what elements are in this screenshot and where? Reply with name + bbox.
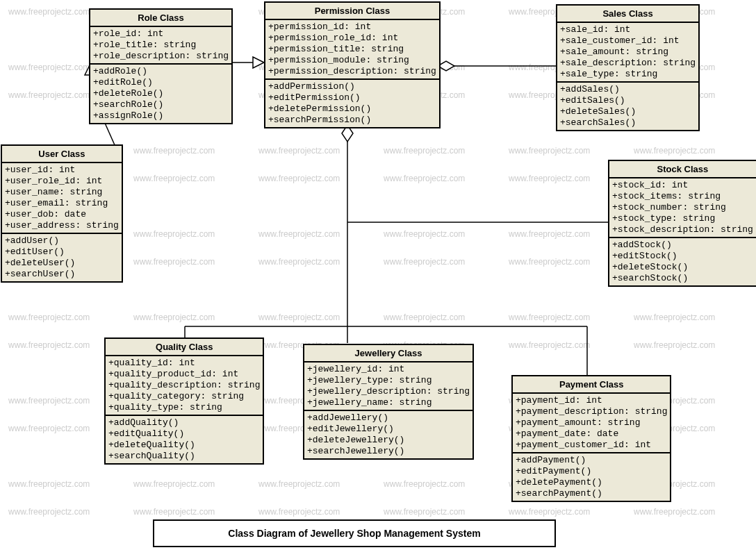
attributes: +jewellery_id: int+jewellery_type: strin… (304, 362, 472, 410)
class-permission: Permission Class +permission_id: int+per… (264, 1, 441, 128)
member-row: +editPermission() (268, 92, 436, 103)
member-row: +role_id: int (93, 28, 229, 40)
class-title: Permission Class (265, 3, 439, 20)
member-row: +quality_type: string (108, 402, 260, 413)
member-row: +searchPermission() (268, 115, 436, 126)
member-row: +payment_date: date (516, 428, 667, 440)
operations: +addStock()+editStock()+deleteStock()+se… (609, 237, 756, 285)
member-row: +user_email: string (5, 198, 119, 209)
member-row: +addQuality() (108, 417, 260, 428)
member-row: +quality_id: int (108, 358, 260, 369)
member-row: +editPayment() (516, 466, 667, 477)
attributes: +user_id: int+user_role_id: int+user_nam… (2, 163, 122, 233)
attributes: +quality_id: int+quality_product_id: int… (106, 356, 263, 415)
diagram-caption: Class Diagram of Jewellery Shop Manageme… (153, 519, 556, 547)
member-row: +permission_description: string (268, 66, 436, 77)
member-row: +quality_description: string (108, 380, 260, 391)
member-row: +searchStock() (612, 273, 753, 284)
member-row: +deleteRole() (93, 88, 229, 99)
class-title: Quality Class (106, 339, 263, 356)
operations: +addSales()+editSales()+deleteSales()+se… (557, 81, 698, 130)
class-title: Role Class (90, 10, 231, 27)
member-row: +searchQuality() (108, 451, 260, 462)
member-row: +payment_id: int (516, 395, 667, 406)
member-row: +addSales() (560, 84, 696, 95)
member-row: +deletePermission() (268, 103, 436, 115)
member-row: +payment_description: string (516, 406, 667, 417)
member-row: +addJewellery() (307, 412, 470, 424)
attributes: +payment_id: int+payment_description: st… (513, 394, 670, 452)
member-row: +jewellery_name: string (307, 397, 470, 408)
member-row: +stock_type: string (612, 213, 753, 224)
class-payment: Payment Class +payment_id: int+payment_d… (511, 375, 671, 502)
member-row: +addUser() (5, 235, 119, 247)
attributes: +role_id: int+role_title: string+role_de… (90, 27, 231, 63)
member-row: +searchUser() (5, 269, 119, 280)
member-row: +permission_role_id: int (268, 33, 436, 44)
member-row: +deleteStock() (612, 262, 753, 273)
member-row: +user_address: string (5, 220, 119, 231)
member-row: +editQuality() (108, 428, 260, 440)
member-row: +role_description: string (93, 51, 229, 62)
member-row: +user_name: string (5, 187, 119, 198)
member-row: +user_role_id: int (5, 176, 119, 187)
member-row: +addPermission() (268, 81, 436, 92)
member-row: +user_id: int (5, 165, 119, 176)
member-row: +role_title: string (93, 40, 229, 51)
class-role: Role Class +role_id: int+role_title: str… (89, 8, 233, 124)
member-row: +searchSales() (560, 117, 696, 128)
operations: +addQuality()+editQuality()+deleteQualit… (106, 415, 263, 463)
attributes: +stock_id: int+stock_items: string+stock… (609, 178, 756, 237)
member-row: +deleteSales() (560, 106, 696, 117)
member-row: +editUser() (5, 247, 119, 258)
member-row: +sale_amount: string (560, 47, 696, 58)
member-row: +sale_id: int (560, 24, 696, 35)
class-quality: Quality Class +quality_id: int+quality_p… (104, 338, 264, 465)
member-row: +permission_module: string (268, 55, 436, 66)
member-row: +stock_id: int (612, 180, 753, 191)
member-row: +deletePayment() (516, 477, 667, 488)
class-title: Stock Class (609, 161, 756, 178)
member-row: +editSales() (560, 95, 696, 106)
class-title: Payment Class (513, 376, 670, 394)
member-row: +stock_number: string (612, 202, 753, 213)
member-row: +sale_customer_id: int (560, 35, 696, 47)
member-row: +deleteQuality() (108, 440, 260, 451)
member-row: +payment_customer_id: int (516, 440, 667, 451)
class-user: User Class +user_id: int+user_role_id: i… (1, 144, 123, 283)
member-row: +deleteJewellery() (307, 435, 470, 446)
class-title: Jewellery Class (304, 345, 472, 362)
svg-marker-4 (253, 57, 264, 68)
operations: +addJewellery()+editJewellery()+deleteJe… (304, 410, 472, 458)
member-row: +sale_type: string (560, 69, 696, 80)
member-row: +jewellery_id: int (307, 364, 470, 375)
member-row: +stock_items: string (612, 191, 753, 202)
member-row: +sale_description: string (560, 58, 696, 69)
attributes: +permission_id: int+permission_role_id: … (265, 20, 439, 78)
attributes: +sale_id: int+sale_customer_id: int+sale… (557, 23, 698, 81)
operations: +addRole()+editRole()+deleteRole()+searc… (90, 63, 231, 123)
member-row: +searchRole() (93, 99, 229, 110)
class-title: Sales Class (557, 6, 698, 23)
class-sales: Sales Class +sale_id: int+sale_customer_… (556, 4, 700, 131)
class-jewellery: Jewellery Class +jewellery_id: int+jewel… (303, 344, 474, 460)
class-title: User Class (2, 146, 122, 163)
member-row: +permission_id: int (268, 22, 436, 33)
member-row: +searchPayment() (516, 488, 667, 499)
operations: +addPermission()+editPermission()+delete… (265, 78, 439, 127)
member-row: +jewellery_description: string (307, 386, 470, 397)
member-row: +editStock() (612, 251, 753, 262)
member-row: +addPayment() (516, 455, 667, 466)
member-row: +addRole() (93, 66, 229, 77)
member-row: +permission_title: string (268, 44, 436, 55)
operations: +addPayment()+editPayment()+deletePaymen… (513, 452, 670, 501)
member-row: +quality_product_id: int (108, 369, 260, 380)
member-row: +editRole() (93, 77, 229, 88)
member-row: +assignRole() (93, 110, 229, 122)
member-row: +quality_category: string (108, 391, 260, 402)
operations: +addUser()+editUser()+deleteUser()+searc… (2, 233, 122, 281)
member-row: +searchJewellery() (307, 446, 470, 457)
member-row: +addStock() (612, 240, 753, 251)
member-row: +jewellery_type: string (307, 375, 470, 386)
member-row: +editJewellery() (307, 424, 470, 435)
